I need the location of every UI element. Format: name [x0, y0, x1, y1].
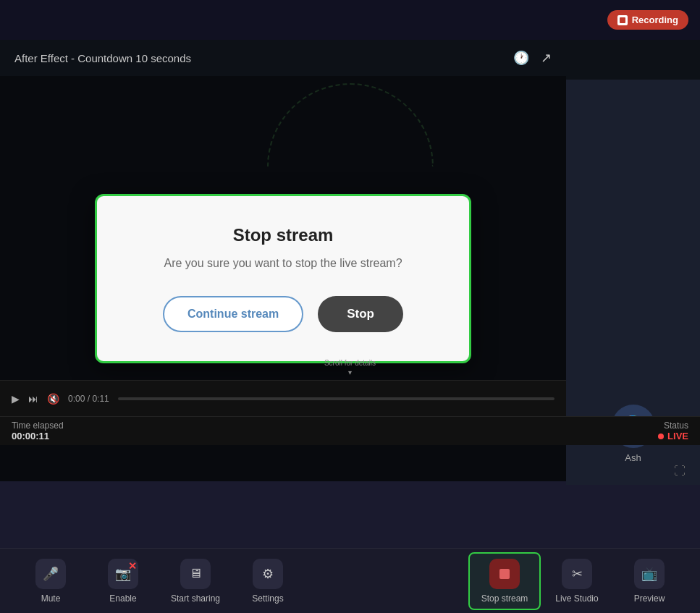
status-bar: Time elapsed 00:00:11 Status LIVE	[0, 416, 700, 445]
time-current: 0:00	[68, 394, 85, 404]
enable-icon: 📷 ✕	[108, 559, 138, 589]
scroll-label: Scroll for details	[324, 359, 376, 367]
preview-icon: 📺	[634, 559, 665, 589]
video-controls: ▶ ⏭ 🔇 0:00 / 0:11	[0, 380, 566, 416]
live-studio-icon: ✂	[562, 559, 592, 589]
preview-tool[interactable]: 📺 Preview	[613, 552, 686, 610]
recording-badge[interactable]: Recording	[607, 10, 688, 30]
preview-label: Preview	[634, 593, 665, 604]
mute-label: Mute	[41, 593, 61, 604]
stop-stream-label: Stop stream	[481, 593, 528, 604]
settings-icon: ⚙	[253, 559, 283, 589]
live-studio-tool[interactable]: ✂ Live Studio	[541, 552, 613, 610]
progress-bar[interactable]	[118, 397, 554, 400]
enable-tool[interactable]: 📷 ✕ Enable	[87, 552, 159, 610]
time-elapsed-value: 00:00:11	[12, 431, 64, 441]
share-icon[interactable]: ↗	[541, 50, 552, 66]
svg-rect-0	[499, 569, 510, 579]
volume-button[interactable]: 🔇	[47, 393, 59, 405]
chevron-down-icon: ▾	[348, 368, 352, 376]
stop-stream-tool[interactable]: Stop stream	[468, 552, 541, 610]
clock-icon[interactable]: 🕐	[513, 50, 529, 66]
continue-stream-button[interactable]: Continue stream	[163, 296, 303, 332]
enable-label: Enable	[109, 593, 136, 604]
time-display: 0:00 / 0:11	[68, 394, 109, 404]
stop-button[interactable]: Stop	[318, 296, 403, 332]
status-value: LIVE	[667, 431, 688, 441]
dialog-title: Stop stream	[133, 225, 433, 245]
dialog-actions: Continue stream Stop	[133, 296, 433, 332]
scroll-details: Scroll for details ▾	[324, 359, 376, 376]
stop-stream-icon	[489, 559, 520, 589]
recording-label: Recording	[632, 14, 678, 25]
dialog-message: Are you sure you want to stop the live s…	[133, 257, 433, 270]
settings-label: Settings	[252, 593, 283, 604]
live-studio-label: Live Studio	[555, 593, 598, 604]
top-bar: Recording	[0, 0, 700, 40]
status-label: Status	[658, 420, 688, 431]
start-sharing-tool[interactable]: 🖥 Start sharing	[159, 552, 232, 610]
settings-tool[interactable]: ⚙ Settings	[232, 552, 304, 610]
recording-icon	[617, 15, 628, 25]
bottom-toolbar: 🎤 Mute 📷 ✕ Enable 🖥 Start sharing ⚙ Sett…	[0, 548, 700, 613]
time-total: 0:11	[92, 394, 109, 404]
start-sharing-label: Start sharing	[171, 593, 220, 604]
stop-stream-dialog: Stop stream Are you sure you want to sto…	[95, 194, 471, 363]
status-live: LIVE	[658, 431, 688, 441]
next-button[interactable]: ⏭	[28, 393, 38, 405]
time-elapsed-label: Time elapsed	[12, 420, 64, 431]
mute-icon: 🎤	[35, 559, 66, 589]
mute-tool[interactable]: 🎤 Mute	[14, 552, 87, 610]
live-dot	[658, 434, 664, 439]
start-sharing-icon: 🖥	[180, 559, 211, 589]
video-area: 🌍 Ash ⛶ After Effect - Countdown 10 seco…	[0, 40, 700, 481]
video-title: After Effect - Countdown 10 seconds	[14, 52, 191, 64]
play-button[interactable]: ▶	[12, 393, 20, 405]
video-title-bar: After Effect - Countdown 10 seconds 🕐 ↗	[0, 40, 700, 76]
